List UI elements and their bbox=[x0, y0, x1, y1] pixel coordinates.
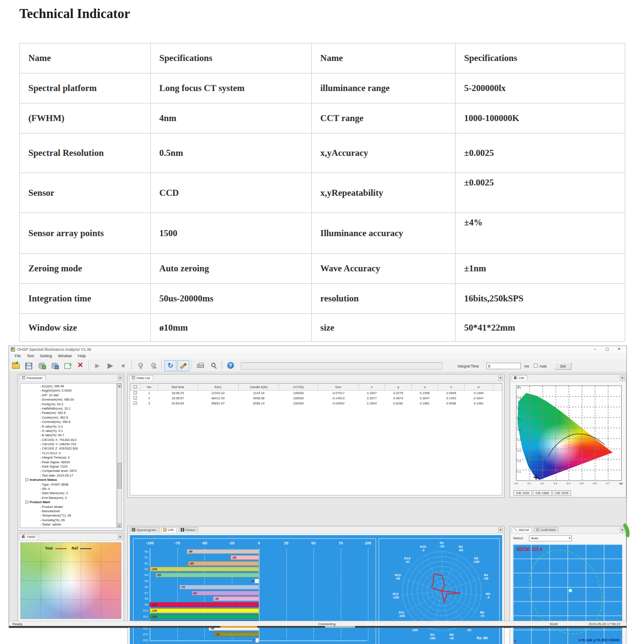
column-header-duv[interactable]: Duv bbox=[318, 384, 358, 391]
db-save-icon[interactable] bbox=[36, 360, 48, 371]
column-header-x[interactable]: x bbox=[358, 384, 385, 391]
select-all-checkbox[interactable]: ✓ bbox=[131, 384, 141, 391]
table-export-icon[interactable] bbox=[61, 360, 73, 371]
tree-item[interactable]: - Tester: admin bbox=[21, 522, 116, 527]
row-checkbox[interactable]: ✓ bbox=[131, 391, 141, 396]
set-button[interactable]: Set bbox=[554, 362, 571, 370]
column-header-v[interactable]: v bbox=[438, 384, 465, 391]
tab-cie-1976[interactable]: CIE 1976 bbox=[553, 490, 571, 496]
open-icon[interactable] bbox=[10, 360, 22, 371]
auto-checkbox[interactable] bbox=[534, 364, 538, 368]
menu-setting[interactable]: Setting bbox=[37, 353, 55, 358]
column-header-e-lx-[interactable]: E(lx) bbox=[197, 384, 238, 391]
scroll-up-icon[interactable]: ▲ bbox=[118, 383, 122, 388]
tab-parameter[interactable]: Parameter bbox=[20, 375, 46, 380]
column-header-u-[interactable]: u' bbox=[465, 384, 493, 391]
tree-group[interactable]: +Electrical Parameter bbox=[21, 527, 116, 529]
row-checkbox[interactable]: ✓ bbox=[131, 401, 141, 406]
tm30-close-icon[interactable]: ✕ bbox=[118, 535, 122, 539]
scroll-down-icon[interactable]: ▼ bbox=[118, 523, 122, 528]
row-checkbox[interactable]: ✓ bbox=[131, 396, 141, 401]
tree-item[interactable]: - Test date: 2019-05-17 bbox=[21, 474, 116, 478]
minimize-button[interactable]: – bbox=[591, 347, 599, 352]
parameter-close-icon[interactable]: ✕ bbox=[118, 376, 122, 380]
tree-item[interactable]: - Integral.Time(us): 0 bbox=[21, 456, 116, 460]
column-header-u[interactable]: u bbox=[411, 384, 438, 391]
bulb-alt-icon[interactable] bbox=[147, 360, 159, 371]
maximize-button[interactable]: ▢ bbox=[603, 347, 611, 352]
tree-item[interactable]: - TLCI-2012: 0 bbox=[21, 451, 116, 456]
tree-item[interactable]: - B ratio(%): 90.7 bbox=[21, 433, 116, 437]
tree-item[interactable]: - G ratio(%): 9.1 bbox=[21, 429, 116, 433]
tree-group[interactable]: −Instrument Status bbox=[21, 478, 116, 482]
tree-item[interactable]: - Center(nm): 452.6 bbox=[21, 416, 116, 420]
tree-item[interactable]: - Peak(nm): 452.6 bbox=[21, 411, 116, 415]
edit-icon[interactable] bbox=[177, 360, 189, 371]
column-header-y[interactable]: y bbox=[385, 384, 412, 391]
datalist-table[interactable]: ✓NoTest timeE(lx)Candle E(fc)CCT(K)Duvxy… bbox=[130, 383, 502, 406]
tab-cie[interactable]: CIE bbox=[512, 375, 527, 380]
parameter-scrollbar[interactable]: ▲ ▼ bbox=[117, 383, 122, 528]
table-row[interactable]: ✓315:53:5495891.979266.19100000-0.049020… bbox=[131, 401, 503, 406]
tree-item[interactable]: - CIE1931 Y: 146254.703 bbox=[21, 442, 116, 447]
tree-item[interactable]: - Manufacture: bbox=[21, 509, 116, 513]
menu-help[interactable]: Help bbox=[75, 353, 89, 358]
integral-time-input[interactable] bbox=[486, 363, 521, 369]
tab-flicker[interactable]: Flicker bbox=[179, 527, 199, 532]
tab-spectrogram[interactable]: Spectrogram bbox=[130, 527, 159, 532]
menu-test[interactable]: Test bbox=[24, 353, 37, 358]
tree-item[interactable]: - End Wave(nm): 0 bbox=[21, 496, 116, 500]
tree-item[interactable]: - Temperature(°C): 26 bbox=[21, 513, 116, 518]
tree-item[interactable]: - Humidity(%): 65 bbox=[21, 518, 116, 522]
play-strong-icon[interactable]: ▶ bbox=[104, 360, 116, 371]
tree-item[interactable]: - HalfWidth(nm): 20.1 bbox=[21, 407, 116, 411]
bulb-icon[interactable] bbox=[134, 360, 146, 371]
tab-tm30[interactable]: TM30 bbox=[20, 534, 38, 539]
table-row[interactable]: ✓216:06:5746412.994098.98100000-0.149130… bbox=[131, 396, 503, 401]
tab-data-list[interactable]: Data List bbox=[130, 375, 153, 380]
tree-item[interactable]: - Dominant(nm): 456.00 bbox=[21, 398, 116, 402]
tree-item[interactable]: - Type: OHSP-350B bbox=[21, 483, 116, 487]
table-row[interactable]: ✓116:06:2912319.321143.19100000-0.079170… bbox=[131, 391, 503, 396]
tree-item[interactable]: - Compensate level: 2870 bbox=[21, 469, 116, 473]
column-header-no[interactable]: No bbox=[140, 384, 158, 391]
column-header-candle-e-fc-[interactable]: Candle E(fc) bbox=[238, 384, 279, 391]
datalist-close-icon[interactable]: ✕ bbox=[498, 376, 503, 380]
parameter-tree[interactable]: - E(x)(lx): 265.46- Aug(lxh)(lxh): 0.000… bbox=[20, 383, 117, 528]
help-icon[interactable]: ? bbox=[225, 360, 237, 371]
tree-item[interactable]: - Aug(lxh)(lxh): 0.0000 bbox=[21, 389, 116, 393]
close-button[interactable]: ✕ bbox=[615, 347, 623, 352]
tree-item[interactable]: - Product Model: bbox=[21, 505, 116, 509]
cri-close-icon[interactable]: ✕ bbox=[498, 528, 503, 532]
save-icon[interactable] bbox=[23, 360, 35, 371]
tree-item[interactable]: - S/P: 22.460 bbox=[21, 393, 116, 398]
play-icon[interactable]: ▶ bbox=[91, 360, 103, 371]
tree-item[interactable]: - Centroid(nm): 454.6 bbox=[21, 420, 116, 424]
delete-icon[interactable]: ✕ bbox=[74, 360, 86, 371]
tab-chroma[interactable]: CHROMA bbox=[534, 527, 559, 532]
tree-item[interactable]: - CIE1931 Z: 4267632.500 bbox=[21, 447, 116, 451]
tree-item[interactable]: - E(x)(lx): 265.46 bbox=[21, 384, 116, 389]
tab-cri[interactable]: CRI bbox=[161, 527, 177, 532]
tree-item[interactable]: - Purity(%): 99.3 bbox=[21, 402, 116, 407]
db-lock-icon[interactable] bbox=[49, 360, 61, 371]
tree-item[interactable]: - Start Wave(nm): 0 bbox=[21, 491, 116, 495]
tree-item[interactable]: - Dark Signal: 2103 bbox=[21, 465, 116, 469]
menu-window[interactable]: Window bbox=[55, 353, 75, 358]
refresh-icon[interactable]: ↻ bbox=[164, 360, 176, 371]
tree-group[interactable]: −Product Mark bbox=[21, 500, 116, 504]
column-header-cct-k-[interactable]: CCT(K) bbox=[279, 384, 318, 391]
column-header-v-[interactable]: v' bbox=[493, 384, 502, 391]
tree-item[interactable]: - R ratio(%): 0.3 bbox=[21, 425, 116, 429]
menu-file[interactable]: File bbox=[12, 353, 24, 358]
stop-icon[interactable]: ■ bbox=[117, 360, 129, 371]
tab-cie-1960[interactable]: CIE 1960 bbox=[533, 490, 551, 496]
tree-item[interactable]: - SN: 0 bbox=[21, 487, 116, 491]
zoom-icon[interactable] bbox=[207, 360, 219, 371]
tab-sdcm[interactable]: SDCM bbox=[512, 527, 532, 532]
print-icon[interactable] bbox=[194, 360, 207, 371]
tree-item[interactable]: - Peak Signal: 46993 bbox=[21, 460, 116, 465]
tree-item[interactable]: - CIE1931 X: 791302.813 bbox=[21, 438, 116, 442]
tab-cie-1931[interactable]: CIE 1931 bbox=[513, 490, 532, 496]
expand-icon[interactable]: + bbox=[25, 528, 28, 529]
